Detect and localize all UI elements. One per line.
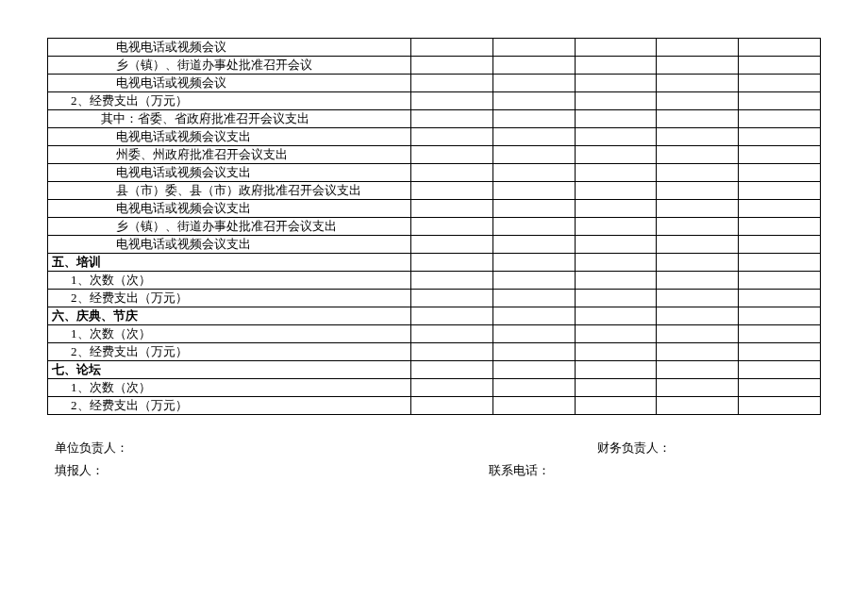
data-cell: [657, 343, 739, 361]
data-cell: [411, 128, 493, 146]
data-cell: [492, 164, 575, 182]
row-label: 2、经费支出（万元）: [48, 290, 411, 307]
data-cell: [575, 397, 657, 415]
row-label: 电视电话或视频会议: [48, 39, 411, 57]
data-cell: [739, 272, 821, 290]
data-cell: [739, 110, 821, 128]
table-row: 乡（镇）、街道办事处批准召开会议支出: [48, 218, 821, 236]
data-cell: [492, 379, 575, 397]
table-row: 2、经费支出（万元）: [48, 397, 821, 415]
data-cell: [575, 218, 657, 236]
data-cell: [575, 272, 657, 290]
data-cell: [492, 200, 575, 218]
data-cell: [492, 75, 575, 92]
row-label: 五、培训: [48, 254, 411, 272]
data-cell: [657, 92, 739, 110]
table-row: 2、经费支出（万元）: [48, 290, 821, 307]
data-cell: [739, 307, 821, 325]
table-row: 电视电话或视频会议: [48, 75, 821, 92]
unit-leader-label: 单位负责人：: [55, 440, 597, 456]
row-label: 乡（镇）、街道办事处批准召开会议: [48, 57, 411, 75]
data-cell: [411, 236, 493, 254]
data-cell: [657, 57, 739, 75]
row-label: 其中：省委、省政府批准召开会议支出: [48, 110, 411, 128]
table-row: 1、次数（次）: [48, 325, 821, 343]
data-cell: [657, 379, 739, 397]
data-cell: [575, 290, 657, 307]
data-cell: [492, 325, 575, 343]
data-cell: [739, 164, 821, 182]
table-row: 县（市）委、县（市）政府批准召开会议支出: [48, 182, 821, 200]
table-row: 州委、州政府批准召开会议支出: [48, 146, 821, 164]
data-cell: [575, 75, 657, 92]
data-cell: [657, 236, 739, 254]
data-cell: [739, 379, 821, 397]
table-row: 1、次数（次）: [48, 272, 821, 290]
table-row: 电视电话或视频会议支出: [48, 164, 821, 182]
data-cell: [492, 110, 575, 128]
data-cell: [411, 110, 493, 128]
row-label: 电视电话或视频会议支出: [48, 200, 411, 218]
data-cell: [657, 325, 739, 343]
data-cell: [575, 128, 657, 146]
table-row: 电视电话或视频会议: [48, 39, 821, 57]
table-row: 乡（镇）、街道办事处批准召开会议: [48, 57, 821, 75]
data-cell: [657, 397, 739, 415]
data-cell: [492, 39, 575, 57]
data-cell: [657, 39, 739, 57]
row-label: 电视电话或视频会议支出: [48, 128, 411, 146]
data-cell: [492, 182, 575, 200]
table-row: 2、经费支出（万元）: [48, 92, 821, 110]
data-cell: [411, 39, 493, 57]
data-cell: [492, 290, 575, 307]
data-cell: [575, 361, 657, 379]
data-cell: [657, 218, 739, 236]
data-cell: [492, 218, 575, 236]
data-cell: [492, 343, 575, 361]
data-cell: [657, 272, 739, 290]
data-cell: [739, 92, 821, 110]
data-cell: [739, 39, 821, 57]
data-cell: [739, 290, 821, 307]
data-cell: [739, 254, 821, 272]
row-label: 2、经费支出（万元）: [48, 397, 411, 415]
expense-table: 电视电话或视频会议乡（镇）、街道办事处批准召开会议电视电话或视频会议2、经费支出…: [47, 38, 821, 415]
row-label: 1、次数（次）: [48, 272, 411, 290]
data-cell: [411, 200, 493, 218]
data-cell: [739, 57, 821, 75]
table-row: 其中：省委、省政府批准召开会议支出: [48, 110, 821, 128]
data-cell: [411, 379, 493, 397]
row-label: 七、论坛: [48, 361, 411, 379]
row-label: 1、次数（次）: [48, 325, 411, 343]
data-cell: [575, 57, 657, 75]
data-cell: [657, 182, 739, 200]
filler-label: 填报人：: [55, 462, 489, 479]
table-row: 电视电话或视频会议支出: [48, 128, 821, 146]
data-cell: [575, 92, 657, 110]
row-label: 2、经费支出（万元）: [48, 92, 411, 110]
row-label: 六、庆典、节庆: [48, 307, 411, 325]
data-cell: [411, 75, 493, 92]
data-cell: [739, 128, 821, 146]
table-row: 电视电话或视频会议支出: [48, 200, 821, 218]
data-cell: [657, 361, 739, 379]
data-cell: [657, 146, 739, 164]
signature-area: 单位负责人： 财务负责人： 填报人： 联系电话：: [47, 440, 821, 479]
data-cell: [492, 236, 575, 254]
row-label: 电视电话或视频会议: [48, 75, 411, 92]
finance-leader-label: 财务负责人：: [597, 440, 671, 456]
data-cell: [657, 254, 739, 272]
data-cell: [739, 397, 821, 415]
data-cell: [575, 343, 657, 361]
row-label: 电视电话或视频会议支出: [48, 164, 411, 182]
data-cell: [411, 254, 493, 272]
data-cell: [657, 307, 739, 325]
data-cell: [575, 39, 657, 57]
data-cell: [492, 92, 575, 110]
data-cell: [411, 164, 493, 182]
table-row: 六、庆典、节庆: [48, 307, 821, 325]
data-cell: [492, 57, 575, 75]
data-cell: [739, 182, 821, 200]
row-label: 州委、州政府批准召开会议支出: [48, 146, 411, 164]
row-label: 县（市）委、县（市）政府批准召开会议支出: [48, 182, 411, 200]
